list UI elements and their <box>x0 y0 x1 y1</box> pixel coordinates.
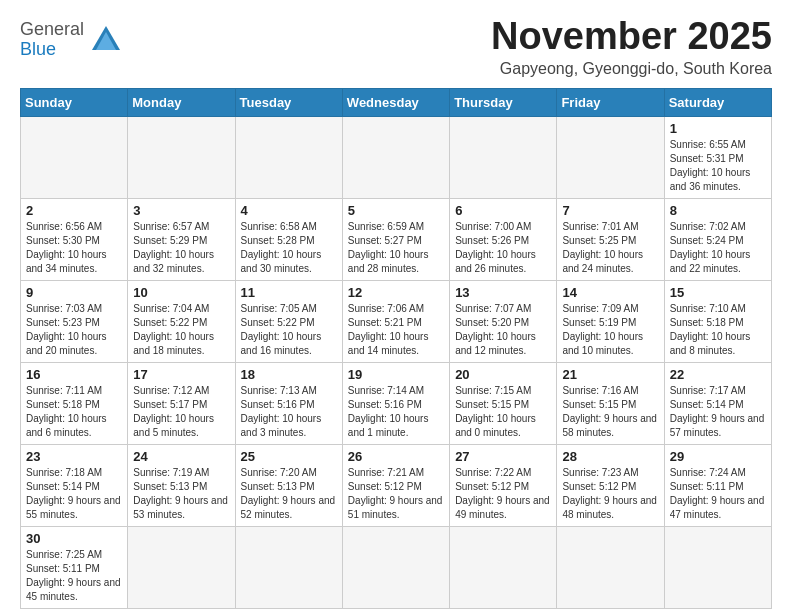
day-info: Sunrise: 7:15 AM Sunset: 5:15 PM Dayligh… <box>455 384 551 440</box>
day-number: 15 <box>670 285 766 300</box>
day-info: Sunrise: 6:56 AM Sunset: 5:30 PM Dayligh… <box>26 220 122 276</box>
day-info: Sunrise: 7:21 AM Sunset: 5:12 PM Dayligh… <box>348 466 444 522</box>
logo-text: General Blue <box>20 20 84 60</box>
calendar-cell-5-2 <box>235 526 342 608</box>
day-info: Sunrise: 6:57 AM Sunset: 5:29 PM Dayligh… <box>133 220 229 276</box>
day-number: 27 <box>455 449 551 464</box>
calendar-cell-3-0: 16Sunrise: 7:11 AM Sunset: 5:18 PM Dayli… <box>21 362 128 444</box>
month-title: November 2025 <box>491 16 772 58</box>
day-number: 3 <box>133 203 229 218</box>
day-info: Sunrise: 6:58 AM Sunset: 5:28 PM Dayligh… <box>241 220 337 276</box>
day-info: Sunrise: 7:02 AM Sunset: 5:24 PM Dayligh… <box>670 220 766 276</box>
calendar-cell-1-3: 5Sunrise: 6:59 AM Sunset: 5:27 PM Daylig… <box>342 198 449 280</box>
day-number: 4 <box>241 203 337 218</box>
calendar-week-1: 2Sunrise: 6:56 AM Sunset: 5:30 PM Daylig… <box>21 198 772 280</box>
calendar-cell-1-0: 2Sunrise: 6:56 AM Sunset: 5:30 PM Daylig… <box>21 198 128 280</box>
day-number: 28 <box>562 449 658 464</box>
day-info: Sunrise: 7:20 AM Sunset: 5:13 PM Dayligh… <box>241 466 337 522</box>
day-number: 26 <box>348 449 444 464</box>
day-info: Sunrise: 7:22 AM Sunset: 5:12 PM Dayligh… <box>455 466 551 522</box>
day-info: Sunrise: 7:13 AM Sunset: 5:16 PM Dayligh… <box>241 384 337 440</box>
calendar-cell-1-2: 4Sunrise: 6:58 AM Sunset: 5:28 PM Daylig… <box>235 198 342 280</box>
header-sunday: Sunday <box>21 88 128 116</box>
calendar-cell-5-0: 30Sunrise: 7:25 AM Sunset: 5:11 PM Dayli… <box>21 526 128 608</box>
day-info: Sunrise: 6:55 AM Sunset: 5:31 PM Dayligh… <box>670 138 766 194</box>
calendar-cell-4-0: 23Sunrise: 7:18 AM Sunset: 5:14 PM Dayli… <box>21 444 128 526</box>
day-info: Sunrise: 7:04 AM Sunset: 5:22 PM Dayligh… <box>133 302 229 358</box>
day-number: 20 <box>455 367 551 382</box>
day-number: 14 <box>562 285 658 300</box>
calendar-cell-2-1: 10Sunrise: 7:04 AM Sunset: 5:22 PM Dayli… <box>128 280 235 362</box>
calendar-cell-2-0: 9Sunrise: 7:03 AM Sunset: 5:23 PM Daylig… <box>21 280 128 362</box>
day-info: Sunrise: 7:03 AM Sunset: 5:23 PM Dayligh… <box>26 302 122 358</box>
day-number: 1 <box>670 121 766 136</box>
day-info: Sunrise: 7:18 AM Sunset: 5:14 PM Dayligh… <box>26 466 122 522</box>
day-info: Sunrise: 7:07 AM Sunset: 5:20 PM Dayligh… <box>455 302 551 358</box>
day-info: Sunrise: 7:16 AM Sunset: 5:15 PM Dayligh… <box>562 384 658 440</box>
header-friday: Friday <box>557 88 664 116</box>
calendar-cell-0-2 <box>235 116 342 198</box>
day-number: 10 <box>133 285 229 300</box>
calendar-cell-2-4: 13Sunrise: 7:07 AM Sunset: 5:20 PM Dayli… <box>450 280 557 362</box>
calendar-week-3: 16Sunrise: 7:11 AM Sunset: 5:18 PM Dayli… <box>21 362 772 444</box>
day-number: 22 <box>670 367 766 382</box>
day-number: 12 <box>348 285 444 300</box>
calendar-cell-2-5: 14Sunrise: 7:09 AM Sunset: 5:19 PM Dayli… <box>557 280 664 362</box>
calendar-cell-5-6 <box>664 526 771 608</box>
calendar-cell-3-4: 20Sunrise: 7:15 AM Sunset: 5:15 PM Dayli… <box>450 362 557 444</box>
header-saturday: Saturday <box>664 88 771 116</box>
day-number: 29 <box>670 449 766 464</box>
day-info: Sunrise: 7:11 AM Sunset: 5:18 PM Dayligh… <box>26 384 122 440</box>
day-number: 16 <box>26 367 122 382</box>
calendar-cell-1-4: 6Sunrise: 7:00 AM Sunset: 5:26 PM Daylig… <box>450 198 557 280</box>
day-info: Sunrise: 7:14 AM Sunset: 5:16 PM Dayligh… <box>348 384 444 440</box>
day-info: Sunrise: 7:17 AM Sunset: 5:14 PM Dayligh… <box>670 384 766 440</box>
calendar-cell-5-4 <box>450 526 557 608</box>
day-number: 6 <box>455 203 551 218</box>
calendar-header-row: SundayMondayTuesdayWednesdayThursdayFrid… <box>21 88 772 116</box>
logo: General Blue <box>20 20 124 60</box>
day-number: 9 <box>26 285 122 300</box>
calendar: SundayMondayTuesdayWednesdayThursdayFrid… <box>20 88 772 609</box>
calendar-cell-0-0 <box>21 116 128 198</box>
location: Gapyeong, Gyeonggi-do, South Korea <box>491 60 772 78</box>
calendar-cell-4-5: 28Sunrise: 7:23 AM Sunset: 5:12 PM Dayli… <box>557 444 664 526</box>
calendar-cell-4-3: 26Sunrise: 7:21 AM Sunset: 5:12 PM Dayli… <box>342 444 449 526</box>
day-number: 2 <box>26 203 122 218</box>
calendar-cell-0-1 <box>128 116 235 198</box>
day-info: Sunrise: 7:01 AM Sunset: 5:25 PM Dayligh… <box>562 220 658 276</box>
calendar-week-5: 30Sunrise: 7:25 AM Sunset: 5:11 PM Dayli… <box>21 526 772 608</box>
day-number: 24 <box>133 449 229 464</box>
calendar-cell-4-6: 29Sunrise: 7:24 AM Sunset: 5:11 PM Dayli… <box>664 444 771 526</box>
calendar-cell-0-6: 1Sunrise: 6:55 AM Sunset: 5:31 PM Daylig… <box>664 116 771 198</box>
day-number: 7 <box>562 203 658 218</box>
logo-blue: Blue <box>20 40 84 60</box>
calendar-cell-3-3: 19Sunrise: 7:14 AM Sunset: 5:16 PM Dayli… <box>342 362 449 444</box>
calendar-week-0: 1Sunrise: 6:55 AM Sunset: 5:31 PM Daylig… <box>21 116 772 198</box>
calendar-cell-0-5 <box>557 116 664 198</box>
calendar-cell-5-5 <box>557 526 664 608</box>
logo-icon <box>88 22 124 58</box>
calendar-week-4: 23Sunrise: 7:18 AM Sunset: 5:14 PM Dayli… <box>21 444 772 526</box>
calendar-cell-3-1: 17Sunrise: 7:12 AM Sunset: 5:17 PM Dayli… <box>128 362 235 444</box>
calendar-cell-1-1: 3Sunrise: 6:57 AM Sunset: 5:29 PM Daylig… <box>128 198 235 280</box>
day-info: Sunrise: 7:19 AM Sunset: 5:13 PM Dayligh… <box>133 466 229 522</box>
day-number: 18 <box>241 367 337 382</box>
calendar-cell-1-5: 7Sunrise: 7:01 AM Sunset: 5:25 PM Daylig… <box>557 198 664 280</box>
day-info: Sunrise: 7:09 AM Sunset: 5:19 PM Dayligh… <box>562 302 658 358</box>
calendar-cell-5-3 <box>342 526 449 608</box>
day-number: 5 <box>348 203 444 218</box>
day-number: 8 <box>670 203 766 218</box>
day-number: 11 <box>241 285 337 300</box>
day-number: 21 <box>562 367 658 382</box>
day-info: Sunrise: 7:25 AM Sunset: 5:11 PM Dayligh… <box>26 548 122 604</box>
day-info: Sunrise: 7:05 AM Sunset: 5:22 PM Dayligh… <box>241 302 337 358</box>
day-info: Sunrise: 7:00 AM Sunset: 5:26 PM Dayligh… <box>455 220 551 276</box>
day-number: 25 <box>241 449 337 464</box>
day-number: 19 <box>348 367 444 382</box>
header: General Blue November 2025 Gapyeong, Gye… <box>20 16 772 78</box>
calendar-cell-0-4 <box>450 116 557 198</box>
day-number: 13 <box>455 285 551 300</box>
calendar-cell-4-2: 25Sunrise: 7:20 AM Sunset: 5:13 PM Dayli… <box>235 444 342 526</box>
calendar-cell-2-2: 11Sunrise: 7:05 AM Sunset: 5:22 PM Dayli… <box>235 280 342 362</box>
